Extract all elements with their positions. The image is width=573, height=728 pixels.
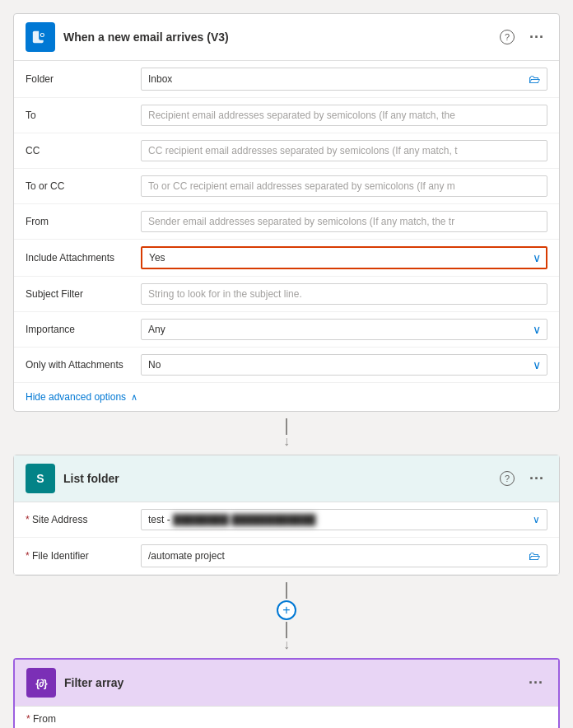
to-or-cc-input[interactable] (141, 175, 547, 197)
arrow-down-icon-1: ↓ (283, 435, 290, 448)
to-or-cc-row: To or CC (14, 169, 559, 204)
file-identifier-text: /automate project (142, 546, 522, 566)
site-address-text: test - ████████ ████████████ (148, 514, 315, 525)
to-input[interactable] (141, 105, 547, 126)
only-attachments-label: Only with Attachments (26, 359, 141, 371)
folder-input-wrapper[interactable]: Inbox 🗁 (141, 68, 547, 91)
list-folder-actions: ? ··· (496, 469, 547, 489)
email-trigger-title: When a new email arrives (V3) (63, 30, 496, 44)
importance-select[interactable]: Any High Normal Low (141, 319, 547, 340)
email-trigger-help-button[interactable]: ? (496, 28, 518, 46)
site-address-row: Site Address test - ████████ ███████████… (14, 502, 559, 538)
only-attachments-select[interactable]: No Yes (141, 354, 547, 376)
filter-array-icon: {∂} (26, 668, 56, 698)
only-attachments-row: Only with Attachments No Yes ∨ (14, 348, 559, 383)
importance-value: Any High Normal Low ∨ (141, 319, 547, 340)
include-attachments-label: Include Attachments (26, 252, 141, 264)
file-identifier-input-wrapper[interactable]: /automate project 🗁 (141, 544, 547, 567)
filter-array-actions: ··· (525, 673, 547, 693)
file-identifier-label: File Identifier (26, 550, 141, 562)
only-attachments-select-wrapper: No Yes ∨ (141, 354, 547, 376)
site-address-input[interactable]: test - ████████ ████████████ ∨ (141, 509, 547, 530)
email-trigger-card: O When a new email arrives (V3) ? ··· Fo… (13, 13, 560, 412)
connector-2: + ↓ (13, 576, 560, 658)
arrow-down-icon-2: ↓ (283, 638, 290, 651)
include-attachments-select-wrapper: Yes No ∨ (141, 246, 547, 269)
cc-input[interactable] (141, 140, 547, 161)
file-identifier-value: /automate project 🗁 (141, 544, 547, 567)
list-folder-title: List folder (63, 472, 496, 485)
list-folder-more-icon: ··· (529, 470, 544, 488)
include-attachments-value: Yes No ∨ (141, 246, 547, 269)
email-trigger-more-button[interactable]: ··· (526, 27, 547, 48)
connector-line-1 (286, 418, 287, 435)
plus-icon: + (282, 603, 290, 618)
folder-input-text: Inbox (142, 69, 522, 89)
from-row: From (14, 204, 559, 240)
filter-from-label: From (26, 713, 547, 725)
filter-array-more-icon: ··· (529, 674, 543, 692)
svg-text:O: O (40, 31, 45, 39)
site-address-chevron-icon: ∨ (533, 514, 540, 525)
site-address-label: Site Address (26, 514, 141, 525)
include-attachments-row: Include Attachments Yes No ∨ (14, 240, 559, 277)
email-trigger-actions: ? ··· (496, 27, 547, 48)
connector-1: ↓ (13, 412, 560, 455)
list-folder-more-button[interactable]: ··· (526, 469, 547, 489)
subject-filter-input[interactable] (141, 283, 547, 305)
only-attachments-value: No Yes ∨ (141, 354, 547, 376)
list-folder-header: S List folder ? ··· (14, 455, 559, 502)
chevron-up-icon: ∧ (131, 392, 137, 403)
folder-browse-icon: 🗁 (522, 68, 547, 90)
folder-row: Folder Inbox 🗁 (14, 61, 559, 98)
to-row: To (14, 98, 559, 133)
folder-value: Inbox 🗁 (141, 68, 547, 91)
from-value (141, 211, 547, 232)
to-value (141, 105, 547, 126)
sharepoint-icon: S (26, 464, 55, 493)
list-folder-help-button[interactable]: ? (496, 469, 518, 488)
subject-filter-value (141, 283, 547, 305)
list-folder-card: S List folder ? ··· Site Address test - … (13, 455, 560, 576)
hide-advanced-toggle[interactable]: Hide advanced options ∧ (14, 383, 559, 411)
to-label: To (26, 110, 141, 121)
include-attachments-select[interactable]: Yes No (141, 246, 547, 269)
add-step-button[interactable]: + (277, 600, 296, 620)
more-icon: ··· (529, 29, 544, 46)
cc-value (141, 140, 547, 161)
help-icon: ? (500, 30, 515, 44)
from-input[interactable] (141, 211, 547, 232)
connector-line-2b (286, 622, 287, 638)
subject-filter-label: Subject Filter (26, 288, 141, 300)
cc-label: CC (26, 145, 141, 156)
importance-row: Importance Any High Normal Low ∨ (14, 312, 559, 348)
filter-array-card: {∂} Filter array ··· From S Body × S Dis… (13, 658, 560, 728)
from-label: From (26, 216, 141, 227)
hide-advanced-label: Hide advanced options (26, 391, 126, 403)
list-folder-help-icon: ? (500, 471, 515, 486)
to-or-cc-value (141, 175, 547, 197)
importance-select-wrapper: Any High Normal Low ∨ (141, 319, 547, 340)
site-address-value: test - ████████ ████████████ ∨ (141, 509, 547, 530)
to-or-cc-label: To or CC (26, 180, 141, 192)
filter-array-header: {∂} Filter array ··· (15, 660, 558, 707)
filter-from-section: From S Body × (15, 707, 558, 728)
cc-row: CC (14, 133, 559, 169)
outlook-icon: O (26, 22, 55, 52)
importance-label: Importance (26, 324, 141, 335)
email-trigger-header: O When a new email arrives (V3) ? ··· (14, 14, 559, 61)
connector-line-2a (286, 582, 287, 599)
subject-filter-row: Subject Filter (14, 277, 559, 312)
email-trigger-form: Folder Inbox 🗁 To CC To or CC (14, 61, 559, 411)
folder-label: Folder (26, 73, 141, 85)
list-folder-form: Site Address test - ████████ ███████████… (14, 502, 559, 575)
file-identifier-row: File Identifier /automate project 🗁 (14, 538, 559, 575)
site-address-blurred: ████████ ████████████ (173, 514, 315, 525)
filter-array-title: Filter array (64, 676, 525, 689)
file-identifier-folder-icon: 🗁 (522, 545, 547, 567)
filter-array-more-button[interactable]: ··· (525, 673, 547, 693)
